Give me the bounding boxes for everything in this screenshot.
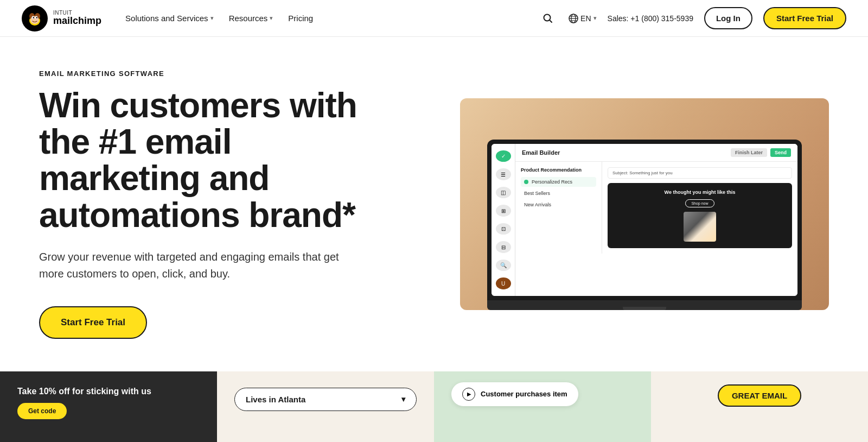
svg-point-7 <box>33 17 34 18</box>
hero-content: EMAIL MARKETING SOFTWARE Win customers w… <box>39 70 375 339</box>
language-selector[interactable]: EN ▾ <box>569 14 596 23</box>
eb-avatar: U <box>496 277 511 289</box>
eb-subject-line: Subject: Something just for you <box>608 167 792 179</box>
eb-actions: Finish Later Send <box>731 148 791 157</box>
hero-section: EMAIL MARKETING SOFTWARE Win customers w… <box>0 37 868 371</box>
eb-panel-item-2: Best Sellers <box>521 188 596 198</box>
eb-email-card: We thought you might like this Shop now <box>608 183 792 248</box>
bc-1-content: Take 10% off for sticking with us Get co… <box>0 371 217 434</box>
bc-2-dropdown-label: Lives in Atlanta <box>246 395 305 404</box>
bottom-cards-strip: Take 10% off for sticking with us Get co… <box>0 371 868 442</box>
eb-topbar: Email Builder Finish Later Send <box>515 144 797 162</box>
bottom-card-4: GREAT EMAIL <box>651 371 868 442</box>
svg-point-8 <box>36 17 37 18</box>
bc-4-badge: GREAT EMAIL <box>718 384 801 407</box>
laptop-mockup: ✓ ☰ ◫ ⊞ ⊡ ⊟ 🔍 U Email Builder <box>487 140 802 310</box>
sales-phone: Sales: +1 (800) 315-5939 <box>608 14 693 23</box>
bc-4-content: GREAT EMAIL <box>651 371 868 420</box>
brand-name: mailchimp <box>53 16 101 27</box>
play-icon: ▶ <box>462 388 475 401</box>
hero-title: Win customers with the #1 email marketin… <box>39 87 375 233</box>
bottom-card-3: ▶ Customer purchases item <box>434 371 651 442</box>
nav-right: EN ▾ Sales: +1 (800) 315-5939 Log In Sta… <box>538 7 846 29</box>
bottom-card-2: Lives in Atlanta ▾ <box>217 371 434 442</box>
hero-description: Grow your revenue with targeted and enga… <box>39 249 343 282</box>
email-builder-main: Email Builder Finish Later Send Product … <box>515 144 797 296</box>
nav-resources[interactable]: Resources ▾ <box>222 9 280 27</box>
navbar: INTUIT mailchimp Solutions and Services … <box>0 0 868 37</box>
logo-link[interactable]: INTUIT mailchimp <box>22 5 101 31</box>
lang-label: EN <box>580 14 591 23</box>
nav-solutions[interactable]: Solutions and Services ▾ <box>119 9 220 27</box>
chevron-down-icon: ▾ <box>593 15 597 22</box>
nav-items: Solutions and Services ▾ Resources ▾ Pri… <box>119 9 320 27</box>
eb-icon-4: ⊞ <box>496 205 511 217</box>
email-builder-sidebar: ✓ ☰ ◫ ⊞ ⊡ ⊟ 🔍 U <box>492 144 515 296</box>
bc-3-trigger: ▶ Customer purchases item <box>451 382 578 406</box>
laptop-base <box>487 300 802 310</box>
laptop-screen-area: ✓ ☰ ◫ ⊞ ⊡ ⊟ 🔍 U Email Builder <box>487 140 802 300</box>
eb-email-card-title: We thought you might like this <box>614 190 786 195</box>
chevron-down-icon: ▾ <box>401 395 405 403</box>
svg-point-4 <box>30 16 39 24</box>
eb-send-btn: Send <box>770 148 791 157</box>
eb-panel: Product Recommendation Personalized Recs… <box>515 162 602 254</box>
laptop-screen: ✓ ☰ ◫ ⊞ ⊡ ⊟ 🔍 U Email Builder <box>492 144 797 296</box>
bottom-card-1: Take 10% off for sticking with us Get co… <box>0 371 217 442</box>
hero-eyebrow: EMAIL MARKETING SOFTWARE <box>39 70 375 78</box>
bc-1-cta-button[interactable]: Get code <box>17 403 67 419</box>
eb-product-image <box>684 212 716 242</box>
eb-icon-2: ☰ <box>496 168 511 180</box>
nav-pricing[interactable]: Pricing <box>282 9 320 27</box>
globe-icon <box>569 14 578 23</box>
eb-email-preview: Subject: Something just for you We thoug… <box>602 162 797 254</box>
eb-finish-btn: Finish Later <box>731 148 767 157</box>
logo-badge <box>22 5 48 31</box>
eb-icon-1: ✓ <box>496 150 511 162</box>
login-button[interactable]: Log In <box>704 7 752 29</box>
eb-icon-3: ◫ <box>496 187 511 199</box>
bc-3-trigger-label: Customer purchases item <box>481 390 567 398</box>
chevron-down-icon: ▾ <box>210 15 214 22</box>
eb-icon-6: ⊟ <box>496 241 511 253</box>
eb-shop-btn: Shop now <box>685 199 714 207</box>
eb-icon-7: 🔍 <box>496 260 511 271</box>
eb-icon-5: ⊡ <box>496 223 511 235</box>
eb-dot-icon <box>524 180 528 184</box>
search-icon <box>542 13 553 24</box>
hero-image: ✓ ☰ ◫ ⊞ ⊡ ⊟ 🔍 U Email Builder <box>460 98 829 310</box>
start-trial-button-nav[interactable]: Start Free Trial <box>763 7 846 29</box>
chimp-logo-icon <box>22 5 48 31</box>
bc-3-content: ▶ Customer purchases item <box>434 371 651 417</box>
bc-2-dropdown[interactable]: Lives in Atlanta ▾ <box>234 388 417 411</box>
logo-text: INTUIT mailchimp <box>53 10 101 27</box>
start-trial-button-hero[interactable]: Start Free Trial <box>39 306 147 339</box>
eb-panel-item-3: New Arrivals <box>521 200 596 210</box>
search-button[interactable] <box>538 9 558 28</box>
eb-panel-title: Product Recommendation <box>521 167 596 173</box>
bc-1-promo-text: Take 10% off for sticking with us <box>17 387 200 396</box>
eb-panel-item-1: Personalized Recs <box>521 177 596 187</box>
eb-content-area: Product Recommendation Personalized Recs… <box>515 162 797 254</box>
eb-title: Email Builder <box>522 149 560 156</box>
chevron-down-icon: ▾ <box>270 15 273 22</box>
bc-2-content: Lives in Atlanta ▾ <box>217 371 434 427</box>
